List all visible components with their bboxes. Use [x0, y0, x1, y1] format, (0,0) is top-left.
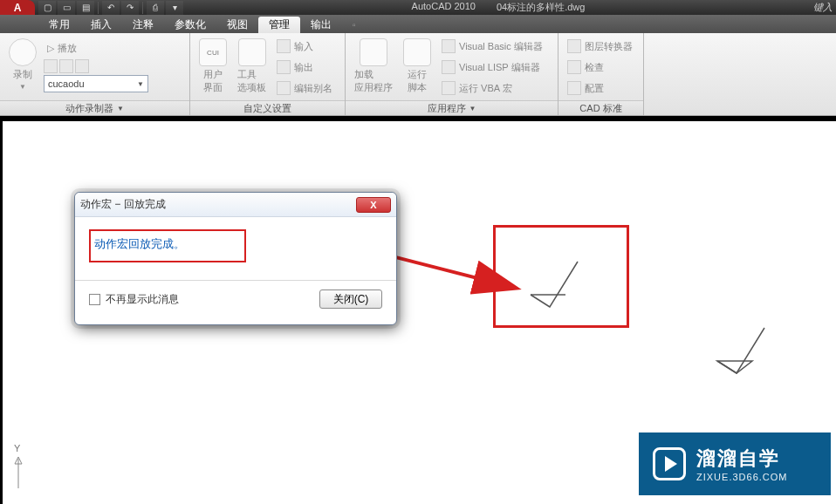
dont-show-checkbox[interactable]	[89, 294, 100, 305]
canvas-checkmark-2	[712, 324, 773, 378]
playback-complete-dialog: 动作宏 − 回放完成 X 动作宏回放完成。 不再显示此消息 关闭(C)	[74, 192, 397, 325]
qat-new-icon[interactable]: ▢	[38, 1, 56, 15]
dialog-message: 动作宏回放完成。	[91, 231, 244, 261]
dialog-title-bar[interactable]: 动作宏 − 回放完成 X	[75, 193, 396, 217]
cui-button[interactable]: CUI 用户 界面	[195, 37, 230, 96]
panel-action-recorder: 录制 ▼ ▷ 播放 cucaodu ▼ 动作录制器▼	[0, 33, 190, 115]
quick-access-toolbar: ▢ ▭ ▤ ↶ ↷ ⎙ ▾	[38, 1, 183, 15]
canvas-checkmark-1	[525, 258, 586, 312]
edit-alias-button[interactable]: 编辑别名	[273, 78, 336, 98]
dont-show-label: 不再显示此消息	[106, 292, 179, 307]
configure-button[interactable]: 配置	[564, 78, 636, 98]
annotation-message-highlight: 动作宏回放完成。	[89, 229, 246, 262]
qat-open-icon[interactable]: ▭	[58, 1, 75, 15]
play-button[interactable]: ▷ 播放	[44, 38, 148, 58]
tab-manage[interactable]: 管理	[258, 17, 300, 33]
watermark-title: 溜溜自学	[696, 446, 787, 472]
ucs-icon: Y	[10, 443, 26, 494]
recorder-option-3-icon[interactable]	[75, 59, 89, 73]
watermark: 溜溜自学 ZIXUE.3D66.COM	[639, 432, 831, 495]
qat-undo-icon[interactable]: ↶	[102, 1, 120, 15]
edit-alias-icon	[277, 81, 291, 95]
run-script-button[interactable]: 运行 脚本	[400, 37, 435, 96]
layer-translator-button[interactable]: 图层转换器	[564, 37, 636, 56]
tab-extra-icon[interactable]: ▫	[342, 17, 363, 33]
qat-print-icon[interactable]: ⎙	[147, 1, 164, 15]
tab-annotate[interactable]: 注释	[122, 17, 164, 33]
import-button[interactable]: 输入	[273, 37, 336, 56]
configure-icon	[567, 81, 581, 95]
app-name: AutoCAD 2010	[412, 1, 476, 14]
vlisp-editor-button[interactable]: Visual LISP 编辑器	[438, 58, 546, 77]
watermark-play-icon	[653, 447, 686, 480]
tab-parametric[interactable]: 参数化	[164, 17, 216, 33]
qat-dropdown-icon[interactable]: ▾	[166, 1, 183, 15]
panel-customize: CUI 用户 界面 工具 选项板 输入 输出 编辑别名 自定义设置	[190, 33, 346, 115]
tool-palettes-icon	[238, 38, 266, 66]
load-app-button[interactable]: 加载 应用程序	[351, 37, 396, 96]
qat-redo-icon[interactable]: ↷	[121, 1, 139, 15]
check-icon	[567, 60, 581, 74]
export-button[interactable]: 输出	[273, 58, 336, 77]
record-button[interactable]: 录制 ▼	[5, 37, 40, 92]
watermark-url: ZIXUE.3D66.COM	[696, 472, 787, 482]
vba-icon	[442, 81, 456, 95]
tab-view[interactable]: 视图	[216, 17, 258, 33]
play-icon: ▷	[47, 43, 54, 54]
title-bar: A ▢ ▭ ▤ ↶ ↷ ⎙ ▾ AutoCAD 2010 04标注的多样性.dw…	[0, 0, 836, 15]
tab-insert[interactable]: 插入	[80, 17, 122, 33]
cui-icon: CUI	[199, 38, 227, 66]
search-hint[interactable]: 键入	[813, 1, 836, 14]
tab-output[interactable]: 输出	[300, 17, 342, 33]
panel-cad-standards: 图层转换器 检查 配置 CAD 标准	[558, 33, 644, 115]
document-name: 04标注的多样性.dwg	[497, 1, 585, 14]
dialog-close-button[interactable]: X	[356, 197, 391, 213]
check-button[interactable]: 检查	[564, 58, 636, 77]
recorder-option-1-icon[interactable]	[44, 59, 58, 73]
recorder-option-2-icon[interactable]	[59, 59, 73, 73]
layer-translator-icon	[567, 39, 581, 53]
tab-common[interactable]: 常用	[38, 17, 80, 33]
panel-applications: 加载 应用程序 运行 脚本 Visual Basic 编辑器 Visual LI…	[346, 33, 558, 115]
macro-combo[interactable]: cucaodu ▼	[44, 75, 148, 92]
dialog-title: 动作宏 − 回放完成	[80, 197, 166, 212]
chevron-down-icon: ▼	[137, 80, 144, 88]
ribbon-tab-strip: 常用 插入 注释 参数化 视图 管理 输出 ▫	[0, 15, 836, 33]
dialog-close-action-button[interactable]: 关闭(C)	[319, 289, 382, 309]
load-app-icon	[360, 38, 387, 66]
qat-save-icon[interactable]: ▤	[77, 1, 94, 15]
run-script-icon	[403, 38, 431, 66]
import-icon	[277, 39, 291, 53]
close-icon: X	[370, 200, 376, 210]
vlisp-icon	[442, 60, 456, 74]
ribbon: 录制 ▼ ▷ 播放 cucaodu ▼ 动作录制器▼	[0, 33, 836, 116]
vb-editor-button[interactable]: Visual Basic 编辑器	[438, 37, 546, 56]
record-icon	[9, 38, 37, 66]
vb-icon	[442, 39, 456, 53]
tool-palettes-button[interactable]: 工具 选项板	[234, 37, 270, 96]
run-vba-button[interactable]: 运行 VBA 宏	[438, 78, 546, 98]
export-icon	[277, 60, 291, 74]
app-menu-button[interactable]: A	[0, 0, 35, 15]
